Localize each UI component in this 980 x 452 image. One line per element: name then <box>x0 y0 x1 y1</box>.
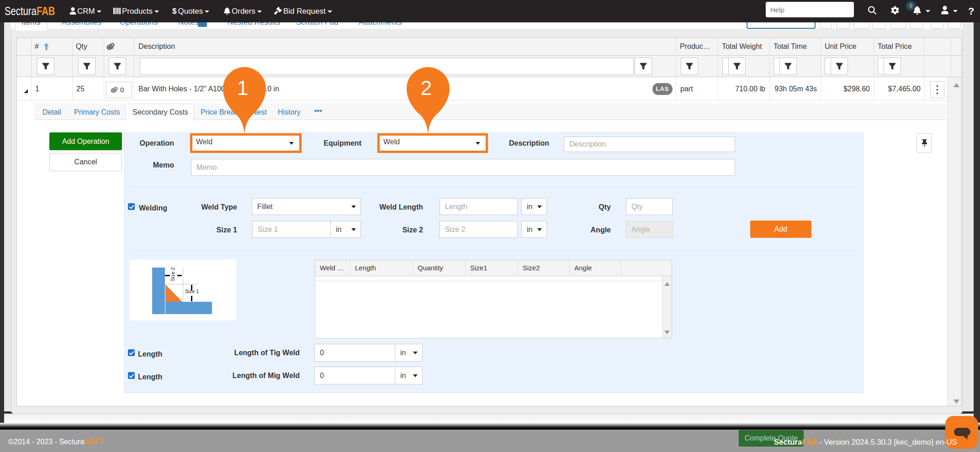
svg-text:2: 2 <box>420 76 432 100</box>
svg-text:1: 1 <box>237 76 248 100</box>
